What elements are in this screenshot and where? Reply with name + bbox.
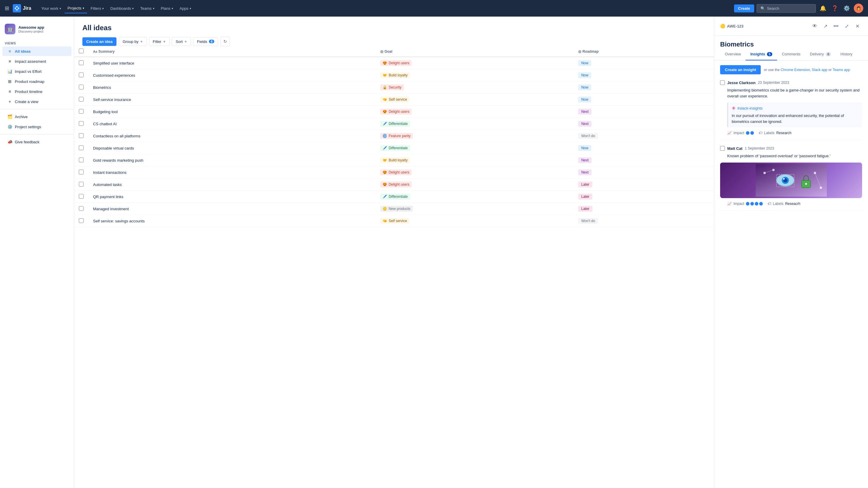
search-box[interactable]: 🔍 Search xyxy=(756,4,816,13)
more-options-button[interactable]: ••• xyxy=(831,21,841,31)
goal-emoji-5: 🖊️ xyxy=(382,122,387,126)
tab-overview[interactable]: Overview xyxy=(720,48,746,60)
table-row[interactable]: Automated tasks 😍 Delight users Later xyxy=(74,178,714,191)
sidebar-item-project-settings[interactable]: ⚙️ Project settings xyxy=(2,122,71,131)
nav-your-work[interactable]: Your work ▾ xyxy=(38,4,64,13)
insight-card-1: Jesse Clarkson 23 September 2023 Impleme… xyxy=(720,80,862,140)
ideas-table-wrap: Aa Summary ◎ Goal ◎ xyxy=(74,46,714,227)
help-icon[interactable]: ❓ xyxy=(830,4,840,13)
row-checkbox-1[interactable] xyxy=(79,72,84,77)
table-row[interactable]: Biometrics 🔒 Security Now xyxy=(74,82,714,94)
row-checkbox-4[interactable] xyxy=(79,109,84,114)
expand-button[interactable]: ⤢ xyxy=(842,21,851,31)
sidebar-item-all-ideas[interactable]: ≡ All ideas xyxy=(2,46,71,56)
nav-teams[interactable]: Teams ▾ xyxy=(137,4,157,13)
slack-channel-1[interactable]: #slack-insights xyxy=(737,106,763,110)
nav-plans[interactable]: Plans ▾ xyxy=(158,4,176,13)
table-row[interactable]: Self service: savings accounts 🤜 Self se… xyxy=(74,215,714,227)
sidebar-item-feedback[interactable]: 📣 Give feedback xyxy=(2,137,71,147)
cell-roadmap-6: Won't do xyxy=(574,130,714,142)
svg-point-4 xyxy=(783,178,785,180)
tab-insights[interactable]: Insights 5 xyxy=(746,48,777,60)
cell-roadmap-9: Next xyxy=(574,166,714,178)
cell-summary-4: Budgeting tool xyxy=(88,106,375,118)
cell-goal-0: 😍 Delight users xyxy=(375,57,574,69)
cell-summary-12: Managed investment xyxy=(88,203,375,215)
sidebar-item-product-timeline[interactable]: ≡ Product timeline xyxy=(2,87,71,96)
watch-button[interactable]: 👁 xyxy=(810,21,819,31)
avatar[interactable]: 👩 xyxy=(854,4,863,13)
row-checkbox-3[interactable] xyxy=(79,97,84,102)
table-row[interactable]: Contactless on all platforms 🌀 Feature p… xyxy=(74,130,714,142)
row-checkbox-5[interactable] xyxy=(79,121,84,126)
fields-button[interactable]: Fields 6 xyxy=(193,37,218,46)
filter-button[interactable]: Filter + xyxy=(149,37,169,46)
sidebar-item-archive[interactable]: 🗂️ Archive xyxy=(2,112,71,121)
row-checkbox-11[interactable] xyxy=(79,194,84,199)
main-content: All ideas Create an idea Group by + Filt… xyxy=(74,17,714,488)
sidebar-item-create-view[interactable]: + Create a view xyxy=(2,97,71,106)
goal-label-6: Feature parity xyxy=(389,134,410,138)
goal-badge-3: 🤜 Self service xyxy=(380,97,409,102)
tab-delivery[interactable]: Delivery 8 xyxy=(805,48,836,60)
table-row[interactable]: QR payment links 🖊️ Differentiate Later xyxy=(74,191,714,203)
row-checkbox-10[interactable] xyxy=(79,182,84,187)
notifications-icon[interactable]: 🔔 xyxy=(818,4,828,13)
tab-history[interactable]: History xyxy=(836,48,857,60)
create-idea-button[interactable]: Create an idea xyxy=(82,37,117,46)
cell-goal-4: 😍 Delight users xyxy=(375,106,574,118)
insight-text-1: Implementing biometrics could be a game-… xyxy=(720,87,862,99)
table-row[interactable]: Customised experiences 🤝 Build loyalty N… xyxy=(74,69,714,82)
create-insight-button[interactable]: Create an insight xyxy=(720,65,761,74)
insight-checkbox-2[interactable] xyxy=(720,146,725,151)
row-checkbox-0[interactable] xyxy=(79,60,84,65)
nav-apps[interactable]: Apps ▾ xyxy=(177,4,194,13)
row-checkbox-12[interactable] xyxy=(79,206,84,211)
table-row[interactable]: Self-service insurance 🤜 Self service No… xyxy=(74,94,714,106)
slack-app-link[interactable]: Slack app xyxy=(812,68,828,72)
teams-app-link[interactable]: Teams app xyxy=(832,68,850,72)
sort-button[interactable]: Sort + xyxy=(172,37,191,46)
table-row[interactable]: Simplified user interface 😍 Delight user… xyxy=(74,57,714,69)
select-all-checkbox[interactable] xyxy=(79,48,84,53)
jira-logo[interactable]: Jira xyxy=(13,4,31,12)
column-roadmap: ◎ Roadmap xyxy=(574,46,714,57)
table-row[interactable]: Budgeting tool 😍 Delight users Next xyxy=(74,106,714,118)
goal-emoji-4: 😍 xyxy=(382,109,387,114)
roadmap-badge-1: Now xyxy=(578,72,591,78)
goal-emoji-1: 🤝 xyxy=(382,73,387,77)
labels-value-1: Research xyxy=(776,131,791,135)
row-checkbox-6[interactable] xyxy=(79,133,84,138)
nav-dashboards[interactable]: Dashboards ▾ xyxy=(107,4,136,13)
issue-type-icon: 🟡 xyxy=(720,24,725,28)
row-checkbox-13[interactable] xyxy=(79,218,84,223)
row-checkbox-2[interactable] xyxy=(79,85,84,90)
nav-projects[interactable]: Projects ▾ xyxy=(65,4,87,13)
table-row[interactable]: CS chatbot AI 🖊️ Differentiate Next xyxy=(74,118,714,130)
cell-roadmap-7: Now xyxy=(574,142,714,154)
chrome-extension-link[interactable]: Chrome Extension xyxy=(781,68,810,72)
grid-icon[interactable]: ⊞ xyxy=(5,5,9,11)
share-button[interactable]: ↗ xyxy=(820,21,830,31)
cell-roadmap-11: Later xyxy=(574,191,714,203)
table-row[interactable]: Gold rewards marketing push 🤝 Build loya… xyxy=(74,154,714,166)
sidebar-item-impact-effort[interactable]: 📊 Impact vs Effort xyxy=(2,67,71,76)
close-button[interactable]: ✕ xyxy=(852,21,862,31)
sidebar-item-impact-assessment[interactable]: ≡ Impact assesment xyxy=(2,57,71,66)
row-checkbox-8[interactable] xyxy=(79,158,84,162)
panel-body: Create an insight or use the Chrome Exte… xyxy=(714,60,868,488)
tab-comments[interactable]: Comments xyxy=(777,48,805,60)
create-button[interactable]: Create xyxy=(734,4,754,12)
row-checkbox-7[interactable] xyxy=(79,145,84,150)
settings-icon[interactable]: ⚙️ xyxy=(842,4,851,13)
nav-filters[interactable]: Filters ▾ xyxy=(88,4,107,13)
sidebar-item-product-roadmap[interactable]: ⊞ Product roadmap xyxy=(2,77,71,86)
row-checkbox-9[interactable] xyxy=(79,170,84,174)
table-row[interactable]: Disposable virtual cards 🖊️ Differentiat… xyxy=(74,142,714,154)
roadmap-badge-3: Now xyxy=(578,97,591,102)
table-row[interactable]: Instant transactions 😍 Delight users Nex… xyxy=(74,166,714,178)
insight-checkbox-1[interactable] xyxy=(720,80,725,85)
refresh-button[interactable]: ↻ xyxy=(220,37,230,46)
group-by-button[interactable]: Group by + xyxy=(119,37,147,46)
table-row[interactable]: Managed investment 🪙 New products Later xyxy=(74,203,714,215)
